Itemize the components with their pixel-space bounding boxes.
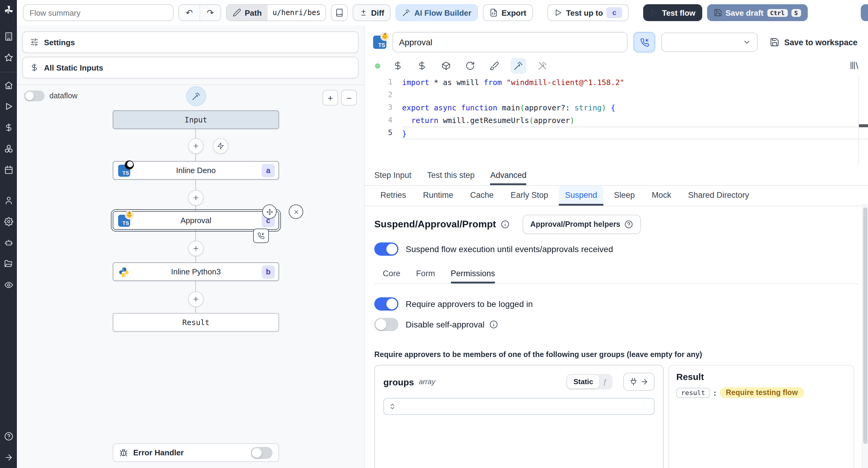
python-step-node[interactable]: Inline Python3 b: [113, 262, 279, 281]
test-flow-button[interactable]: Test flow: [644, 4, 702, 21]
tab-sleep[interactable]: Sleep: [608, 186, 641, 206]
save-draft-button[interactable]: Save draft Ctrl S: [707, 4, 807, 21]
tab-cache[interactable]: Cache: [464, 186, 500, 206]
package-icon[interactable]: [441, 61, 451, 70]
static-option[interactable]: Static: [567, 375, 599, 388]
favorites-star-icon[interactable]: [4, 53, 13, 62]
suspend-toggle[interactable]: [374, 242, 398, 256]
users-person-icon[interactable]: [4, 196, 13, 205]
script-version-select[interactable]: [661, 33, 758, 52]
move-node-button[interactable]: [262, 204, 277, 219]
add-step-button[interactable]: [188, 190, 204, 206]
add-resource-dollar-icon[interactable]: [417, 61, 427, 70]
input-node[interactable]: Input: [113, 110, 279, 129]
editor-scrollbar-thumb[interactable]: [859, 124, 868, 127]
add-step-button[interactable]: [188, 241, 204, 256]
code-line[interactable]: 2: [365, 89, 868, 101]
save-to-workspace-button[interactable]: Save to workspace: [770, 37, 858, 47]
home-icon[interactable]: [4, 81, 13, 90]
tab-runtime[interactable]: Runtime: [417, 186, 460, 206]
code-line[interactable]: 3export async function main(approver?: s…: [365, 101, 868, 114]
ai-flow-builder-button[interactable]: AI Flow Builder: [396, 4, 478, 21]
approval-prompt-helpers-button[interactable]: Approval/Prompt helpers: [523, 215, 641, 234]
test-up-to-button[interactable]: Test up to c: [547, 4, 629, 21]
require-login-toggle[interactable]: [374, 297, 398, 311]
tab-permissions[interactable]: Permissions: [451, 265, 495, 284]
disable-self-approval-toggle[interactable]: [374, 318, 398, 331]
workspace-building-icon[interactable]: [4, 32, 13, 41]
ai-assist-wand-icon[interactable]: [510, 58, 526, 74]
error-handler-card[interactable]: Error Handler: [113, 443, 279, 462]
audit-eye-icon[interactable]: [4, 281, 13, 290]
diff-button[interactable]: Diff: [352, 4, 391, 21]
tab-test-this-step[interactable]: Test this step: [427, 167, 475, 185]
path-control[interactable]: Path u/henri/bes: [226, 4, 326, 21]
tab-suspend[interactable]: Suspend: [559, 186, 603, 206]
dollar-icon: [30, 63, 38, 72]
code-line[interactable]: 1import * as wmill from "windmill-client…: [365, 76, 868, 89]
dataflow-toggle[interactable]: [24, 90, 44, 101]
format-paintbrush-icon[interactable]: [490, 61, 499, 70]
function-option-icon[interactable]: ƒ: [599, 378, 611, 386]
approval-step-node-selected[interactable]: TS👶 Approval c: [113, 211, 279, 230]
export-button[interactable]: Export: [483, 4, 533, 21]
groups-editor: groups array Static ƒ: [374, 365, 664, 468]
delete-node-button[interactable]: [289, 204, 303, 219]
approval-phone-incoming-badge[interactable]: [253, 229, 269, 243]
reload-icon[interactable]: [465, 61, 475, 70]
zoom-in-button[interactable]: +: [322, 90, 338, 106]
sidebar-divider: [0, 72, 17, 72]
connect-input-button[interactable]: [623, 373, 655, 391]
undo-button[interactable]: ↶: [179, 5, 199, 21]
variables-dollar-icon[interactable]: [4, 123, 13, 132]
flow-summary-input[interactable]: [23, 4, 174, 21]
undo-redo-group: ↶ ↷: [179, 4, 221, 21]
windmill-logo-icon[interactable]: [3, 5, 13, 15]
add-variable-dollar-icon[interactable]: [393, 61, 403, 70]
expand-sidebar-arrow-icon[interactable]: [4, 453, 13, 462]
groups-array-input[interactable]: [383, 398, 655, 415]
tab-mock[interactable]: Mock: [646, 186, 677, 206]
redo-button[interactable]: ↷: [199, 5, 221, 21]
ai-wand-button[interactable]: [186, 86, 206, 106]
runs-play-icon[interactable]: [4, 102, 13, 111]
path-label: Path: [245, 8, 261, 17]
library-icon[interactable]: [849, 60, 860, 70]
add-step-button[interactable]: [188, 291, 204, 307]
schedules-calendar-icon[interactable]: [4, 165, 13, 174]
settings-gear-icon[interactable]: [4, 217, 13, 226]
add-trigger-button[interactable]: [213, 138, 228, 154]
graph-canvas[interactable]: dataflow + − Input TS Inline Deno a: [17, 84, 364, 468]
workers-robot-icon[interactable]: [4, 238, 13, 247]
tab-shared-directory[interactable]: Shared Directory: [682, 186, 755, 206]
code-line[interactable]: 4 return wmill.getResumeUrls(approver): [365, 114, 868, 127]
code-editor[interactable]: 1import * as wmill from "windmill-client…: [365, 76, 868, 167]
result-key-pill[interactable]: result: [676, 387, 710, 398]
error-handler-toggle[interactable]: [251, 447, 273, 459]
deploy-button-partial[interactable]: [861, 4, 868, 21]
code-line[interactable]: 5}: [365, 127, 868, 139]
ai-wand-off-icon[interactable]: [538, 61, 547, 70]
panel-scrollbar[interactable]: [862, 204, 868, 468]
tab-retries[interactable]: Retries: [374, 186, 412, 206]
all-static-inputs-button[interactable]: All Static Inputs: [22, 57, 359, 79]
help-icon[interactable]: [4, 432, 13, 441]
tab-advanced[interactable]: Advanced: [490, 167, 527, 185]
approval-mode-phone-button[interactable]: [633, 32, 655, 53]
tab-core[interactable]: Core: [383, 265, 401, 284]
flow-settings-button[interactable]: Settings: [22, 31, 359, 53]
deno-step-node[interactable]: TS Inline Deno a: [113, 161, 279, 180]
folders-folder-icon[interactable]: [4, 259, 13, 268]
tab-form[interactable]: Form: [416, 265, 435, 284]
result-node[interactable]: Result: [113, 313, 279, 332]
docs-book-button[interactable]: [331, 4, 347, 21]
resources-cubes-icon[interactable]: [4, 144, 13, 153]
tab-early-stop[interactable]: Early Stop: [504, 186, 554, 206]
info-icon[interactable]: [501, 220, 509, 229]
panel-scrollbar-thumb[interactable]: [863, 207, 867, 444]
info-icon[interactable]: [489, 320, 498, 329]
tab-step-input[interactable]: Step Input: [374, 167, 411, 185]
zoom-out-button[interactable]: −: [341, 90, 357, 106]
add-step-button[interactable]: [188, 138, 204, 154]
step-title-input[interactable]: [393, 32, 627, 53]
